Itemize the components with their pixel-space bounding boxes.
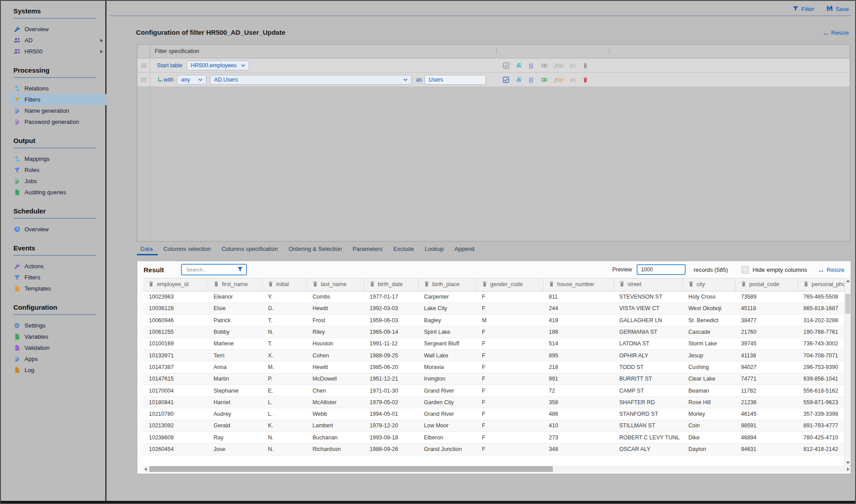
sidebar-item-systems-ad[interactable]: AD — [13, 35, 107, 46]
sidebar-item-configuration-apps[interactable]: Apps — [13, 353, 107, 365]
resize-filter-area-link[interactable]: ↔ Resize — [822, 29, 849, 36]
sidebar-item-systems-overview[interactable]: Overview — [13, 24, 107, 35]
exclude-icon[interactable]: |×| — [570, 77, 576, 82]
alias-input[interactable]: Users — [424, 75, 486, 85]
sidebar-item-scheduler-overview[interactable]: Overview — [13, 224, 107, 235]
fx-icon[interactable]: ƒ(x) — [555, 63, 564, 68]
checkbox-icon[interactable] — [503, 62, 509, 69]
delete-column-icon[interactable] — [803, 282, 809, 288]
source-table-select[interactable]: AD.Users — [210, 75, 412, 85]
column-header-initial[interactable]: initial — [262, 279, 307, 291]
scroll-right-arrow[interactable] — [847, 467, 849, 471]
delete-column-icon[interactable] — [549, 282, 554, 288]
sidebar-item-processing-relations[interactable]: Relations — [13, 83, 107, 94]
sidebar-item-configuration-variables[interactable]: Variables — [13, 331, 107, 342]
link-icon[interactable] — [541, 62, 548, 69]
tab-lookup[interactable]: Lookup — [420, 243, 449, 255]
delete-column-icon[interactable] — [268, 282, 273, 288]
tab-data[interactable]: Data — [137, 243, 158, 255]
delete-column-icon[interactable] — [148, 282, 154, 288]
search-funnel-icon[interactable] — [237, 266, 243, 274]
tab-append[interactable]: Append — [449, 243, 480, 255]
column-header-postal-code[interactable]: postal_code — [735, 279, 798, 291]
horizontal-scrollbar[interactable] — [143, 466, 851, 472]
horizontal-scroll-thumb[interactable] — [149, 466, 553, 472]
drag-handle[interactable] — [137, 58, 150, 72]
ampersand-icon[interactable]: & — [515, 77, 522, 82]
link-icon[interactable] — [541, 77, 548, 83]
hide-empty-columns-checkbox[interactable] — [741, 266, 749, 274]
sidebar-item-configuration-settings[interactable]: ⚙Settings — [13, 320, 107, 331]
column-header-house-number[interactable]: house_number — [543, 279, 613, 291]
table-row[interactable]: 10170004StephanieE.Chen1971-01-30Grand R… — [143, 385, 844, 396]
save-button[interactable]: Save — [827, 5, 849, 13]
sidebar-item-events-filters[interactable]: Filters — [13, 272, 107, 283]
delete-column-icon[interactable] — [741, 282, 746, 288]
ampersand-icon[interactable]: & — [515, 62, 522, 68]
operator-select[interactable]: any — [177, 75, 206, 85]
delete-column-icon[interactable] — [313, 282, 318, 288]
preview-count-input[interactable] — [637, 264, 686, 275]
table-row[interactable]: 10180841HarrietL.McAllister1979-05-02Gar… — [143, 397, 844, 408]
tab-columns-specification[interactable]: Columns specification — [216, 243, 283, 255]
sidebar-item-processing-password-generation[interactable]: Password generation — [13, 116, 107, 127]
table-row[interactable]: 10213092GeraldK.Lambert1979-12-20Low Moo… — [143, 420, 844, 431]
table-row[interactable]: 10100169MarleneT.Houston1991-11-12Sergea… — [143, 338, 844, 349]
column-header-birth-place[interactable]: birth_place — [418, 279, 476, 291]
column-header-gender-code[interactable]: gender_code — [476, 279, 543, 291]
column-header-street[interactable]: street — [613, 279, 683, 291]
tab-parameters[interactable]: Parameters — [347, 243, 388, 255]
filter-button[interactable]: Filter — [793, 5, 814, 13]
table-row[interactable]: 10238608RayN.Buchanan1993-08-18ElberonF2… — [143, 432, 844, 443]
column-header-employee-id[interactable]: employee_id — [143, 279, 208, 291]
tab-ordering-selection[interactable]: Ordering & Selection — [283, 243, 347, 255]
delete-column-icon[interactable] — [619, 282, 625, 288]
sidebar-item-output-auditing-queries[interactable]: Auditing queries — [13, 187, 107, 198]
vertical-scrollbar[interactable] — [844, 278, 851, 466]
search-input[interactable] — [185, 266, 237, 273]
delete-column-icon[interactable] — [688, 282, 694, 288]
sidebar-item-events-templates[interactable]: Templates — [13, 283, 107, 294]
drag-handle[interactable] — [137, 73, 150, 86]
parallel-icon[interactable]: || — [528, 63, 535, 68]
exclude-icon[interactable]: |×| — [570, 63, 576, 68]
parallel-icon[interactable]: || — [528, 77, 535, 82]
trash-icon[interactable] — [582, 62, 588, 69]
delete-column-icon[interactable] — [424, 282, 429, 288]
sidebar-item-events-actions[interactable]: Actions — [13, 261, 107, 272]
tab-exclude[interactable]: Exclude — [388, 243, 419, 255]
table-row[interactable]: 10147387AnnaM.Hewitt1985-06-20MoraviaF21… — [143, 361, 844, 373]
delete-column-icon[interactable] — [482, 282, 487, 288]
search-combobox[interactable] — [181, 264, 247, 275]
table-row[interactable]: 10023963EleanorY.Combs1977-01-17Carpente… — [143, 291, 844, 303]
delete-column-icon[interactable] — [370, 282, 375, 288]
checkbox-icon[interactable] — [503, 77, 509, 83]
scroll-down-arrow[interactable] — [846, 462, 850, 464]
sidebar-item-configuration-log[interactable]: Log — [13, 365, 107, 376]
fx-icon[interactable]: ƒ(x) — [555, 77, 564, 82]
resize-result-link[interactable]: ↔ Resize — [818, 266, 844, 273]
table-row[interactable]: 10036128ElsieG.Hewitt1992-03-03Lake City… — [143, 303, 844, 314]
sidebar-item-output-mappings[interactable]: Mappings — [13, 153, 107, 164]
trash-icon[interactable] — [582, 77, 588, 83]
tab-columns-selection[interactable]: Columns selection — [158, 243, 216, 255]
sidebar-item-output-jobs[interactable]: Jobs — [13, 176, 107, 187]
column-header-last-name[interactable]: last_name — [307, 279, 364, 291]
scroll-left-arrow[interactable] — [144, 467, 147, 471]
table-row[interactable]: 10260454JoseN.Richardson1988-09-26Grand … — [143, 443, 844, 455]
table-row[interactable]: 10060946PatrickT.Frost1959-06-03BagleyM4… — [143, 315, 844, 326]
sidebar-item-processing-filters[interactable]: Filters — [9, 94, 107, 105]
sidebar-item-configuration-validation[interactable]: Validation — [13, 342, 107, 353]
table-row[interactable]: 10061255BobbyN.Riley1965-09-14Spirit Lak… — [143, 326, 844, 338]
table-row[interactable]: 10147615MartinP.McDowell1951-12-21Irving… — [143, 373, 844, 385]
column-header-personal-phone-[interactable]: personal_phone_ — [798, 279, 844, 291]
delete-column-icon[interactable] — [214, 282, 219, 288]
table-row[interactable]: 10133971TerriX.Cohen1988-09-25Wall LakeF… — [143, 349, 844, 361]
column-header-city[interactable]: city — [683, 279, 735, 291]
column-header-first-name[interactable]: first_name — [208, 279, 262, 291]
sidebar-item-output-roles[interactable]: Roles — [13, 164, 107, 176]
vertical-scroll-thumb[interactable] — [845, 294, 850, 314]
table-row[interactable]: 10210780AudreyL.Webb1994-05-01Grand Rive… — [143, 408, 844, 420]
sidebar-item-processing-name-generation[interactable]: Name generation — [13, 105, 107, 116]
scroll-up-arrow[interactable] — [846, 280, 850, 282]
